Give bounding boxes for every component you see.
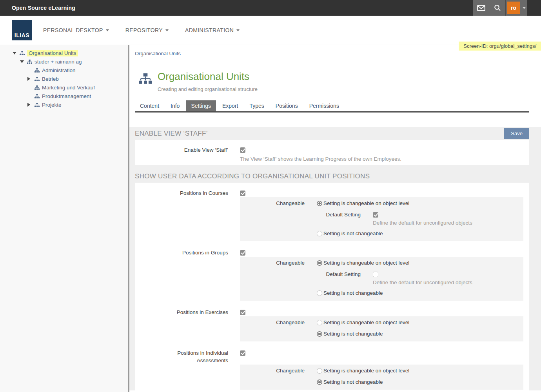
- tree-node-label[interactable]: Marketing und Verkauf: [42, 85, 95, 91]
- section-title: ENABLE VIEW ‘STAFF’: [135, 130, 208, 138]
- org-unit-icon: [27, 60, 34, 64]
- mail-button[interactable]: [473, 0, 489, 16]
- radio-changeable[interactable]: [317, 201, 322, 206]
- tree-node-label[interactable]: Produktmanagement: [42, 93, 91, 99]
- page-title: Organisational Units: [158, 71, 258, 83]
- avatar[interactable]: ro: [507, 2, 520, 14]
- user-menu[interactable]: ro: [505, 0, 527, 16]
- save-button-top[interactable]: Save: [504, 128, 529, 139]
- default-setting-description: Define the default for unconfigured obje…: [240, 220, 523, 226]
- search-icon: [494, 4, 501, 11]
- default-setting-checkbox[interactable]: [373, 272, 378, 277]
- tree-node-label[interactable]: Administration: [42, 67, 76, 73]
- tab-bar: ContentInfoSettingsExportTypesPositionsP…: [135, 100, 529, 113]
- expander-down-icon[interactable]: [20, 60, 27, 63]
- main-nav: PERSONAL DESKTOPREPOSITORYADMINISTRATION: [43, 27, 240, 33]
- tree-row-produktmanagement: Produktmanagement: [0, 92, 128, 100]
- radio-not-changeable-label[interactable]: Setting is not changeable: [323, 290, 383, 296]
- radio-not-changeable-label[interactable]: Setting is not changeable: [323, 331, 383, 337]
- radio-changeable-label[interactable]: Setting is changeable on object level: [323, 368, 409, 374]
- field-description: The View ‘Staff’ shows the Learning Prog…: [240, 156, 529, 162]
- nav-item-personal-desktop[interactable]: PERSONAL DESKTOP: [43, 27, 109, 33]
- ilias-logo[interactable]: ILIAS: [12, 20, 32, 40]
- field-label: Positions in Individual Assessments: [160, 349, 228, 364]
- chevron-down-icon[interactable]: [523, 7, 526, 9]
- field-label: Positions in Courses: [180, 189, 228, 197]
- search-button[interactable]: [489, 0, 505, 16]
- radio-not-changeable-label[interactable]: Setting is not changeable: [323, 379, 383, 385]
- enable-staff-panel: Enable View ‘Staff’ The View ‘Staff’ sho…: [135, 140, 529, 165]
- radio-not-changeable[interactable]: [317, 331, 322, 337]
- radio-not-changeable-label[interactable]: Setting is not changeable: [323, 230, 383, 236]
- org-tree: Organisational Unitsstuder + raimann agA…: [0, 49, 128, 109]
- tree-node-label[interactable]: studer + raimann ag: [34, 59, 82, 65]
- changeable-label: Changeable: [240, 368, 305, 374]
- mail-icon: [477, 5, 485, 11]
- main-content: Organisational Units Organisational Unit…: [129, 45, 541, 392]
- position-row-positions-in-groups: Positions in GroupsChangeableSetting is …: [135, 249, 529, 301]
- header: ILIAS PERSONAL DESKTOPREPOSITORYADMINIST…: [0, 16, 541, 45]
- org-unit-icon: [34, 103, 41, 107]
- settings-form: ENABLE VIEW ‘STAFF’ Save Enable View ‘St…: [129, 127, 541, 390]
- changeable-subpanel: ChangeableSetting is changeable on objec…: [240, 197, 523, 241]
- position-checkbox[interactable]: [240, 250, 245, 256]
- nav-item-administration[interactable]: ADMINISTRATION: [185, 27, 240, 33]
- changeable-subpanel: ChangeableSetting is changeable on objec…: [240, 316, 523, 341]
- changeable-label: Changeable: [240, 319, 305, 325]
- tab-permissions[interactable]: Permissions: [304, 100, 344, 111]
- tab-positions[interactable]: Positions: [270, 100, 303, 111]
- position-row-positions-in-individual-assessments: Positions in Individual AssessmentsChang…: [135, 349, 529, 390]
- org-unit-icon: [34, 77, 41, 81]
- enable-staff-checkbox[interactable]: [240, 147, 245, 153]
- position-checkbox[interactable]: [240, 310, 245, 315]
- nav-item-label: ADMINISTRATION: [185, 27, 234, 33]
- position-checkbox[interactable]: [240, 350, 245, 356]
- default-setting-checkbox[interactable]: [373, 212, 378, 218]
- tree-row-organisational-units: Organisational Units: [0, 49, 128, 57]
- default-setting-label: Default Setting: [240, 212, 361, 218]
- field-label: Positions in Groups: [182, 249, 228, 256]
- tree-row-projekte: Projekte: [0, 100, 128, 109]
- topbar-actions: ro: [473, 0, 527, 16]
- radio-changeable-label[interactable]: Setting is changeable on object level: [323, 260, 409, 266]
- radio-changeable[interactable]: [317, 368, 322, 374]
- tab-export[interactable]: Export: [217, 100, 243, 111]
- tree-node-label[interactable]: Betrieb: [42, 76, 59, 82]
- nav-item-label: PERSONAL DESKTOP: [43, 27, 103, 33]
- radio-not-changeable[interactable]: [317, 231, 322, 236]
- radio-changeable-label[interactable]: Setting is changeable on object level: [323, 319, 409, 325]
- tree-row-betrieb: Betrieb: [0, 74, 128, 83]
- tab-info[interactable]: Info: [165, 100, 185, 111]
- nav-item-label: REPOSITORY: [125, 27, 163, 33]
- default-setting-label: Default Setting: [240, 271, 361, 277]
- org-unit-icon: [34, 85, 41, 90]
- tree-node-label[interactable]: Organisational Units: [27, 50, 78, 56]
- changeable-label: Changeable: [240, 200, 305, 206]
- section-enable-staff-header: ENABLE VIEW ‘STAFF’ Save: [135, 127, 529, 140]
- field-label-enable-staff: Enable View ‘Staff’: [184, 146, 228, 162]
- position-row-positions-in-exercises: Positions in ExercisesChangeableSetting …: [135, 309, 529, 341]
- expander-right-icon[interactable]: [27, 103, 34, 107]
- expander-down-icon[interactable]: [13, 52, 20, 54]
- page-subtitle: Creating and editing organisational stru…: [158, 86, 258, 92]
- tab-settings[interactable]: Settings: [186, 100, 216, 111]
- radio-not-changeable[interactable]: [317, 379, 322, 385]
- nav-item-repository[interactable]: REPOSITORY: [125, 27, 169, 33]
- expander-right-icon[interactable]: [27, 77, 34, 81]
- org-units-icon: [139, 73, 152, 92]
- tree-node-label[interactable]: Projekte: [42, 102, 62, 108]
- changeable-subpanel: ChangeableSetting is changeable on objec…: [240, 257, 523, 301]
- position-checkbox[interactable]: [240, 191, 245, 196]
- radio-changeable-label[interactable]: Setting is changeable on object level: [323, 200, 409, 206]
- position-row-positions-in-courses: Positions in CoursesChangeableSetting is…: [135, 189, 529, 241]
- radio-changeable[interactable]: [317, 320, 322, 325]
- org-unit-icon: [34, 94, 41, 98]
- radio-changeable[interactable]: [317, 260, 322, 266]
- breadcrumb[interactable]: Organisational Units: [135, 51, 541, 56]
- tab-content[interactable]: Content: [135, 100, 164, 111]
- chevron-down-icon: [165, 29, 169, 31]
- tree-row-studer-raimann-ag: studer + raimann ag: [0, 57, 128, 66]
- tab-types[interactable]: Types: [244, 100, 269, 111]
- tree-sidebar: Organisational Unitsstuder + raimann agA…: [0, 45, 128, 392]
- radio-not-changeable[interactable]: [317, 290, 322, 296]
